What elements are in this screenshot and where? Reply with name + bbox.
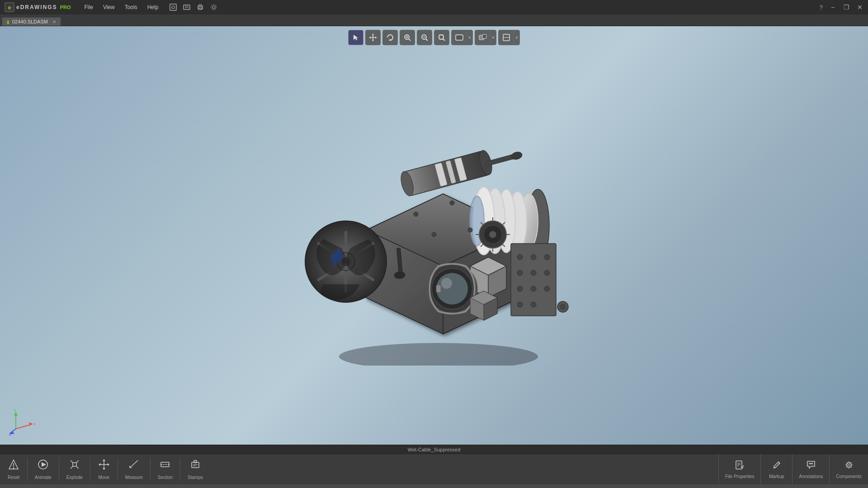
right-tools: File Properties Markup Annotations Compo… [718, 454, 868, 484]
svg-point-79 [517, 270, 523, 276]
svg-marker-12 [372, 40, 374, 42]
close-button[interactable]: ✕ [854, 2, 866, 12]
select-tool-button[interactable] [348, 30, 363, 45]
stamps-label: Stamps [188, 475, 203, 480]
svg-rect-2 [184, 5, 190, 9]
app-name: eDRAWINGS [16, 4, 57, 10]
svg-line-154 [850, 462, 851, 463]
pan-tool-button[interactable] [365, 30, 381, 45]
titlebar-tool2[interactable] [181, 2, 193, 13]
annotations-tool[interactable]: Annotations [792, 454, 829, 484]
annotations-icon [806, 460, 816, 472]
measure-tool[interactable]: Measure [118, 454, 150, 484]
zoom-out-button[interactable] [417, 30, 432, 45]
appearance-button[interactable] [475, 30, 491, 45]
tab-file-icon: ▮ [7, 19, 9, 24]
svg-line-103 [16, 424, 32, 429]
section-box-arrow[interactable]: ▼ [514, 30, 519, 45]
zoom-fit-button[interactable] [434, 30, 449, 45]
components-tool[interactable]: Components [829, 454, 868, 484]
svg-line-141 [778, 463, 779, 464]
status-text: Wet-Cable_Suppressed [408, 447, 461, 452]
reset-tool[interactable]: Reset [0, 454, 27, 484]
appearance-arrow[interactable]: ▼ [491, 30, 496, 45]
section-tool[interactable]: Section [151, 454, 180, 484]
svg-point-143 [809, 463, 810, 464]
titlebar-print[interactable] [194, 2, 206, 13]
svg-point-80 [531, 270, 536, 276]
svg-text:x: x [33, 422, 36, 426]
explode-icon [69, 459, 80, 473]
svg-line-155 [846, 466, 847, 467]
svg-line-152 [846, 462, 847, 463]
bottom-toolbar: Reset Animate Explode Move Measure Secti… [0, 454, 868, 484]
animate-tool[interactable]: Animate [28, 454, 59, 484]
file-properties-icon [735, 460, 745, 472]
pro-badge: PRO [60, 5, 71, 10]
minimize-button[interactable]: − [826, 2, 839, 12]
svg-line-120 [76, 466, 79, 469]
svg-point-77 [531, 254, 536, 260]
reset-label: Reset [8, 475, 19, 480]
explode-label: Explode [66, 475, 83, 480]
svg-point-84 [544, 286, 550, 291]
svg-rect-29 [482, 34, 486, 38]
svg-point-78 [544, 254, 550, 260]
svg-text:y: y [14, 408, 16, 412]
svg-line-22 [426, 39, 428, 41]
section-label: Section [158, 475, 173, 480]
appearance-dropdown[interactable]: ▼ [475, 30, 496, 45]
svg-rect-116 [73, 463, 76, 466]
svg-point-1 [172, 6, 175, 9]
svg-point-88 [560, 304, 566, 310]
move-tool[interactable]: Move [90, 454, 118, 484]
titlebar-tool1[interactable] [167, 2, 179, 13]
menu-view[interactable]: View [99, 2, 119, 12]
display-mode-arrow[interactable]: ▼ [467, 30, 472, 45]
svg-text:z: z [9, 432, 11, 436]
svg-marker-123 [103, 459, 105, 461]
svg-line-119 [71, 466, 73, 469]
titlebar: e eDRAWINGS PRO File View Tools Help ? −… [0, 0, 868, 14]
zoom-in-button[interactable] [400, 30, 415, 45]
components-label: Components [836, 474, 862, 479]
svg-marker-126 [108, 463, 109, 466]
measure-label: Measure [125, 475, 143, 480]
section-box-dropdown[interactable]: ▼ [498, 30, 520, 45]
svg-point-8 [212, 6, 215, 9]
svg-line-118 [76, 460, 79, 463]
markup-tool[interactable]: Markup [760, 454, 792, 484]
svg-point-76 [517, 254, 523, 260]
svg-point-66 [489, 231, 496, 238]
menu-tools[interactable]: Tools [120, 2, 142, 12]
titlebar-settings[interactable] [208, 2, 220, 13]
file-properties-tool[interactable]: File Properties [718, 454, 760, 484]
help-button[interactable]: ? [817, 4, 826, 11]
viewport[interactable]: ▼ ▼ ▼ [0, 26, 868, 445]
svg-point-82 [517, 286, 523, 291]
tab-close-button[interactable]: ✕ [52, 19, 56, 24]
svg-rect-93 [436, 285, 441, 292]
rotate-tool-button[interactable] [382, 30, 398, 45]
section-box-button[interactable] [499, 30, 514, 45]
menu-bar: File View Tools Help [80, 0, 163, 14]
svg-line-153 [850, 466, 851, 467]
stamps-tool[interactable]: Stamps [180, 454, 210, 484]
tabbar: ▮ 02440.SLDASM ✕ [0, 14, 868, 26]
model-container [276, 94, 592, 366]
tab-main[interactable]: ▮ 02440.SLDASM ✕ [2, 17, 61, 26]
svg-marker-11 [372, 33, 374, 35]
svg-point-146 [847, 463, 851, 467]
display-mode-dropdown[interactable]: ▼ [451, 30, 473, 45]
menu-file[interactable]: File [80, 2, 98, 12]
animate-icon [37, 459, 49, 473]
display-mode-button[interactable] [452, 30, 467, 45]
svg-line-130 [134, 462, 136, 464]
restore-button[interactable]: ❐ [840, 2, 853, 12]
center-toolbar: ▼ ▼ ▼ [344, 26, 524, 49]
svg-point-32 [339, 343, 538, 366]
annotations-label: Annotations [799, 474, 823, 479]
menu-help[interactable]: Help [143, 2, 163, 12]
explode-tool[interactable]: Explode [59, 454, 90, 484]
svg-point-144 [810, 463, 811, 464]
